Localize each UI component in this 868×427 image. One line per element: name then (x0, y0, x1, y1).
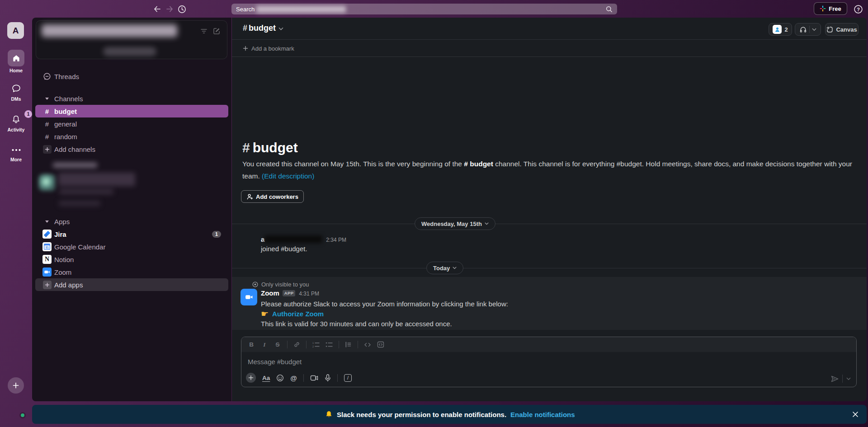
search-label: Search (236, 6, 255, 13)
history-forward-button[interactable] (164, 3, 175, 15)
message-input[interactable]: Message #budget (248, 358, 302, 366)
sidebar-add-channels[interactable]: Add channels (35, 143, 228, 155)
formatting-toolbar: B I S 12 (241, 337, 856, 352)
free-label: Free (829, 5, 841, 12)
zoom-icon (42, 267, 52, 277)
sidebar-item-label: Threads (54, 73, 79, 80)
chevron-down-icon (453, 267, 457, 269)
app-label: Zoom (54, 268, 71, 276)
channel-header: # budget 2 Canvas (232, 18, 867, 40)
jira-unread-badge: 1 (212, 231, 221, 238)
free-plan-badge[interactable]: Free (814, 2, 847, 15)
add-coworkers-button[interactable]: Add coworkers (241, 190, 304, 203)
create-new-button[interactable] (8, 377, 24, 394)
channel-label: budget (54, 108, 77, 115)
send-options-chevron[interactable] (846, 377, 851, 380)
eye-icon (252, 282, 258, 287)
caret-down-icon (42, 98, 52, 100)
filter-icon[interactable] (200, 27, 208, 35)
sidebar-app-zoom[interactable]: Zoom (35, 266, 228, 278)
today-divider-label: Today (433, 265, 450, 272)
sidebar-channel-general[interactable]: # general (35, 117, 228, 130)
dms-icon (8, 82, 24, 95)
section-label: Apps (54, 218, 70, 225)
redacted-dm-section (38, 162, 179, 210)
add-bookmark-button[interactable]: Add a bookmark (251, 45, 294, 52)
message-timestamp[interactable]: 2:34 PM (326, 237, 346, 243)
code-block-button[interactable] (377, 341, 384, 348)
authorize-zoom-link[interactable]: Authorize Zoom (272, 309, 324, 319)
code-button[interactable] (364, 342, 371, 348)
rail-item-activity[interactable]: 1 Activity (0, 113, 32, 132)
link-button[interactable] (293, 341, 300, 348)
audio-clip-button[interactable] (325, 374, 331, 382)
workspace-header[interactable] (36, 20, 227, 59)
hash-icon: # (42, 133, 52, 141)
italic-button[interactable]: I (261, 341, 268, 348)
channels-section-header[interactable]: Channels (35, 92, 228, 105)
history-back-button[interactable] (151, 3, 163, 15)
rail-item-dms[interactable]: DMs (0, 82, 32, 102)
huddle-button[interactable] (795, 23, 821, 36)
channel-name-button[interactable]: # budget (243, 23, 283, 33)
sidebar-add-apps[interactable]: Add apps (35, 278, 228, 291)
bold-button[interactable]: B (248, 341, 255, 348)
ephemeral-note: Only visible to you (252, 281, 309, 288)
members-button[interactable]: 2 (769, 23, 792, 36)
history-clock-button[interactable] (176, 3, 188, 15)
sidebar-app-notion[interactable]: N Notion (35, 253, 228, 266)
enable-notifications-link[interactable]: Enable notifications (510, 411, 575, 418)
sidebar-app-jira[interactable]: Jira 1 (35, 228, 228, 240)
strikethrough-button[interactable]: S (274, 341, 281, 348)
clock-icon (178, 5, 186, 14)
zoom-app-avatar[interactable] (241, 289, 257, 305)
ordered-list-button[interactable]: 12 (312, 341, 320, 348)
sender-name[interactable]: Zoom (261, 289, 279, 297)
app-label: Google Calendar (54, 243, 105, 251)
canvas-button[interactable]: Canvas (825, 23, 859, 36)
more-dots-icon (8, 145, 24, 155)
message-avatar[interactable] (241, 235, 257, 251)
workspace-header-icons (200, 27, 221, 35)
svg-text:2: 2 (312, 345, 314, 348)
text-format-button[interactable]: Aa (262, 375, 270, 381)
new-message-icon[interactable] (212, 27, 221, 35)
sidebar-channel-budget[interactable]: # budget (35, 105, 228, 117)
zoom-message-line1: Please authorize Slack to access your Zo… (261, 299, 508, 309)
bullet-list-button[interactable] (326, 341, 333, 348)
sidebar-app-google-calendar[interactable]: 31 Google Calendar (35, 240, 228, 253)
sidebar-item-threads[interactable]: Threads (35, 70, 228, 83)
rail-item-home[interactable]: Home (0, 50, 32, 73)
workspace-rail: A Home DMs 1 Activity More (0, 0, 32, 427)
help-button[interactable]: ? (853, 4, 863, 14)
video-clip-button[interactable] (310, 375, 318, 381)
close-banner-button[interactable] (850, 409, 860, 419)
attach-plus-button[interactable] (246, 373, 256, 383)
notification-banner: Slack needs your permission to enable no… (32, 405, 867, 424)
channel-intro-description: You created this channel on May 15th. Th… (242, 158, 858, 182)
app-label: Jira (54, 230, 66, 238)
workspace-avatar[interactable]: A (7, 22, 24, 39)
apps-section-header[interactable]: Apps (35, 215, 228, 228)
sender-name-prefix[interactable]: a (261, 235, 264, 243)
search-icon (606, 6, 613, 13)
send-button[interactable] (831, 375, 839, 382)
shortcuts-button[interactable]: / (344, 374, 352, 382)
mention-button[interactable]: @ (290, 374, 297, 382)
user-avatar[interactable] (8, 400, 24, 417)
ephemeral-note-label: Only visible to you (261, 281, 309, 288)
blockquote-button[interactable] (345, 341, 352, 348)
date-divider-pill[interactable]: Wednesday, May 15th (415, 217, 495, 230)
banner-message: Slack needs your permission to enable no… (337, 411, 506, 418)
search-input[interactable]: Search (231, 4, 617, 14)
sidebar-channel-random[interactable]: # random (35, 130, 228, 143)
today-divider-pill[interactable]: Today (426, 262, 463, 274)
message-composer[interactable]: B I S 12 Message #budget Aa @ (241, 337, 857, 387)
emoji-button[interactable] (276, 374, 284, 382)
edit-description-link[interactable]: (Edit description) (262, 172, 314, 180)
rail-item-label: DMs (11, 96, 21, 102)
chevron-down-icon[interactable] (812, 28, 816, 31)
message-timestamp[interactable]: 4:31 PM (299, 291, 319, 297)
arrow-right-icon (166, 5, 174, 13)
rail-item-more[interactable]: More (0, 145, 32, 162)
